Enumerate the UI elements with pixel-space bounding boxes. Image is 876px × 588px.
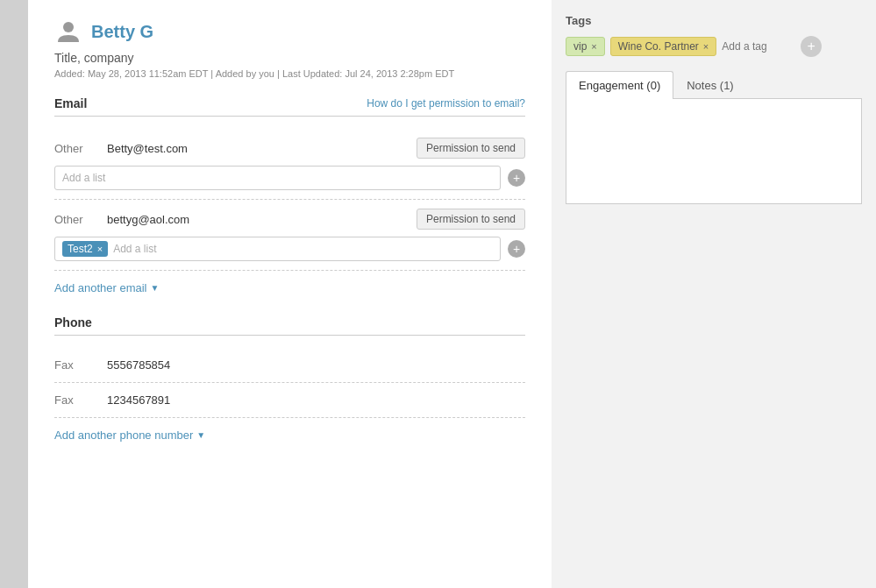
list-add-btn-1[interactable]: + [508, 169, 525, 187]
tabs-row: Engagement (0) Notes (1) [566, 71, 862, 99]
tags-row: vip × Wine Co. Partner × + [566, 36, 862, 57]
add-tag-input[interactable] [722, 40, 792, 53]
sidebar-strip [0, 0, 28, 588]
email-value-1: Betty@test.com [107, 142, 417, 155]
contact-header: Betty G [54, 18, 525, 46]
tag-partner: Wine Co. Partner × [610, 37, 716, 56]
email-row-2: Other bettyg@aol.com Permission to send … [54, 200, 525, 271]
add-phone-dropdown-arrow: ▼ [196, 430, 205, 440]
email-section-header: Email How do I get permission to email? [54, 96, 525, 117]
tag-vip: vip × [566, 37, 605, 56]
permission-btn-1[interactable]: Permission to send [417, 138, 525, 159]
add-email-dropdown-arrow: ▼ [151, 283, 160, 293]
phone-type-2: Fax [54, 393, 107, 407]
person-icon [54, 18, 82, 46]
email-help-link[interactable]: How do I get permission to email? [367, 97, 525, 110]
list-input-2[interactable]: Test2 × Add a list [54, 237, 501, 261]
list-add-btn-2[interactable]: + [508, 240, 525, 258]
svg-point-0 [63, 22, 74, 32]
phone-value-2: 1234567891 [107, 393, 525, 407]
phone-type-1: Fax [54, 358, 107, 372]
tab-notes[interactable]: Notes (1) [673, 71, 746, 99]
permission-btn-2[interactable]: Permission to send [417, 209, 525, 230]
right-panel: Tags vip × Wine Co. Partner × + Engageme… [552, 0, 876, 588]
phone-section-title: Phone [54, 315, 92, 329]
list-tag-test2: Test2 × [62, 241, 108, 257]
phone-row-1: Fax 5556785854 [54, 348, 525, 383]
tags-title: Tags [566, 14, 862, 27]
phone-row-2: Fax 1234567891 [54, 383, 525, 418]
email-type-2: Other [54, 213, 107, 226]
add-tag-button[interactable]: + [801, 36, 822, 57]
tags-section: Tags vip × Wine Co. Partner × + [566, 14, 862, 57]
tag-vip-remove[interactable]: × [591, 41, 596, 52]
contact-meta: Added: May 28, 2013 11:52am EDT | Added … [54, 68, 525, 79]
tab-engagement[interactable]: Engagement (0) [566, 71, 673, 99]
email-row-1: Other Betty@test.com Permission to send … [54, 129, 525, 200]
phone-section: Phone Fax 5556785854 Fax 1234567891 Add … [54, 315, 525, 459]
tab-content-area [566, 99, 862, 204]
email-value-2: bettyg@aol.com [107, 213, 417, 226]
contact-name: Betty G [91, 22, 153, 42]
email-type-1: Other [54, 142, 107, 155]
phone-section-header: Phone [54, 315, 525, 336]
contact-subtitle: Title, company [54, 51, 525, 65]
add-another-phone-link[interactable]: Add another phone number ▼ [54, 429, 205, 442]
email-section-title: Email [54, 96, 87, 110]
list-placeholder-1: Add a list [62, 172, 493, 184]
add-another-email-link[interactable]: Add another email ▼ [54, 281, 159, 294]
tag-partner-remove[interactable]: × [703, 41, 709, 52]
list-tag-test2-remove[interactable]: × [97, 244, 103, 254]
list-placeholder-2: Add a list [113, 243, 493, 255]
main-content: Betty G Title, company Added: May 28, 20… [28, 0, 552, 588]
list-input-1[interactable]: Add a list [54, 166, 501, 190]
phone-value-1: 5556785854 [107, 358, 525, 372]
